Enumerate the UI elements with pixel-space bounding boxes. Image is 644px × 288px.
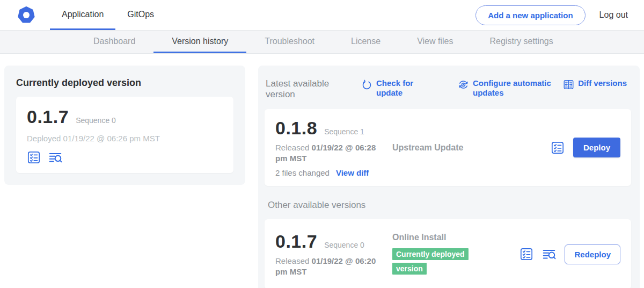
available-versions-panel: Latest available version Check for updat… bbox=[258, 66, 640, 288]
other-version-source: Online Install Currently deployed versio… bbox=[388, 233, 513, 276]
deployed-sequence-label: Sequence 0 bbox=[76, 116, 116, 125]
subnav-license-label: License bbox=[351, 37, 380, 46]
latest-released-timestamp: Released 01/19/22 @ 06:28 pm MST bbox=[275, 142, 385, 164]
released-prefix: Released bbox=[275, 143, 309, 152]
refresh-icon bbox=[361, 79, 372, 90]
other-available-versions-title: Other available versions bbox=[268, 200, 631, 211]
subnav-license[interactable]: License bbox=[333, 31, 399, 53]
other-released-timestamp: Released 01/19/22 @ 06:20 pm MST bbox=[275, 256, 385, 278]
files-changed-label: 2 files changed bbox=[275, 168, 330, 177]
other-version-number: 0.1.7 bbox=[275, 231, 317, 252]
latest-version-row: 0.1.8 Sequence 1 Released 01/19/22 @ 06:… bbox=[265, 109, 631, 186]
online-install-label: Online Install bbox=[392, 233, 513, 242]
subnav-registry-settings-label: Registry settings bbox=[489, 37, 553, 46]
check-for-update-label: Check for update bbox=[376, 78, 419, 98]
deploy-button[interactable]: Deploy bbox=[573, 138, 620, 157]
latest-version-number: 0.1.8 bbox=[275, 118, 317, 139]
diff-icon bbox=[563, 79, 574, 90]
preflight-checklist-icon[interactable] bbox=[519, 247, 533, 261]
subnav-dashboard[interactable]: Dashboard bbox=[75, 31, 153, 53]
preflight-checklist-icon[interactable] bbox=[551, 141, 565, 155]
subnav-view-files-label: View files bbox=[417, 37, 453, 46]
latest-sequence-label: Sequence 1 bbox=[324, 127, 364, 136]
subnav-dashboard-label: Dashboard bbox=[93, 37, 135, 46]
redeploy-button[interactable]: Redeploy bbox=[565, 244, 620, 264]
currently-deployed-card: Currently deployed version 0.1.7 Sequenc… bbox=[4, 66, 245, 185]
other-version-info: 0.1.7 Sequence 0 Released 01/19/22 @ 06:… bbox=[275, 231, 388, 278]
upstream-update-label: Upstream Update bbox=[392, 143, 544, 153]
deployed-version-number: 0.1.7 bbox=[27, 106, 69, 127]
subnav-troubleshoot[interactable]: Troubleshoot bbox=[246, 31, 333, 53]
other-version-actions: Redeploy bbox=[519, 244, 620, 264]
tab-application[interactable]: Application bbox=[50, 0, 115, 30]
subnav-view-files[interactable]: View files bbox=[399, 31, 471, 53]
latest-version-actions: Deploy bbox=[551, 138, 620, 157]
tab-gitops[interactable]: GitOps bbox=[115, 0, 166, 30]
top-navbar: Application GitOps Add a new application… bbox=[0, 0, 644, 31]
view-logs-icon[interactable] bbox=[48, 150, 62, 164]
deployed-timestamp: Deployed 01/19/22 @ 06:26 pm MST bbox=[27, 134, 223, 143]
subnav-registry-settings[interactable]: Registry settings bbox=[471, 31, 571, 53]
top-tabs: Application GitOps bbox=[50, 0, 166, 30]
add-new-application-button[interactable]: Add a new application bbox=[475, 5, 585, 25]
latest-version-info: 0.1.8 Sequence 1 Released 01/19/22 @ 06:… bbox=[275, 118, 388, 178]
app-subnav: Dashboard Version history Troubleshoot L… bbox=[0, 31, 644, 54]
logout-link[interactable]: Log out bbox=[599, 10, 628, 20]
subnav-version-history[interactable]: Version history bbox=[153, 31, 246, 53]
other-sequence-label: Sequence 0 bbox=[324, 241, 364, 249]
subnav-troubleshoot-label: Troubleshoot bbox=[265, 37, 314, 46]
latest-available-title: Latest available version bbox=[266, 78, 341, 100]
app-logo[interactable] bbox=[18, 0, 35, 30]
deployed-version-card: 0.1.7 Sequence 0 Deployed 01/19/22 @ 06:… bbox=[16, 97, 233, 173]
subnav-version-history-label: Version history bbox=[172, 37, 228, 46]
app-window: Application GitOps Add a new application… bbox=[0, 0, 644, 288]
main-content: Currently deployed version 0.1.7 Sequenc… bbox=[0, 54, 644, 288]
configure-automatic-updates-button[interactable]: Configure automatic updates bbox=[458, 78, 561, 98]
released-prefix: Released bbox=[275, 256, 309, 265]
other-version-row: 0.1.7 Sequence 0 Released 01/19/22 @ 06:… bbox=[265, 219, 631, 288]
topbar-right: Add a new application Log out bbox=[475, 0, 628, 30]
configure-automatic-updates-label: Configure automatic updates bbox=[473, 78, 561, 98]
latest-version-source: Upstream Update bbox=[388, 143, 544, 153]
panel-header: Latest available version Check for updat… bbox=[265, 74, 631, 100]
tab-application-label: Application bbox=[62, 10, 104, 19]
diff-versions-label: Diff versions bbox=[578, 78, 627, 88]
view-diff-link[interactable]: View diff bbox=[336, 168, 369, 177]
view-logs-icon[interactable] bbox=[542, 247, 556, 261]
tab-gitops-label: GitOps bbox=[127, 10, 154, 19]
kots-logo-icon bbox=[18, 6, 35, 24]
preflight-checklist-icon[interactable] bbox=[27, 150, 41, 164]
currently-deployed-badge: Currently deployed version bbox=[392, 248, 469, 274]
currently-deployed-title: Currently deployed version bbox=[16, 77, 233, 89]
auto-update-clock-icon bbox=[458, 79, 469, 90]
diff-versions-button[interactable]: Diff versions bbox=[563, 78, 627, 90]
check-for-update-button[interactable]: Check for update bbox=[361, 78, 419, 98]
